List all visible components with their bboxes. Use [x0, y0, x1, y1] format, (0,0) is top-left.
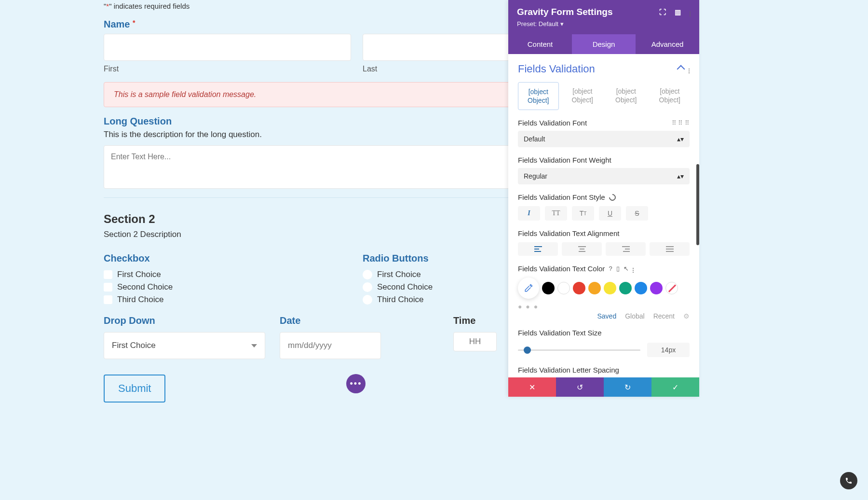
close-button[interactable]: ✕ [508, 377, 556, 397]
state-pill-4[interactable]: [object Object] [650, 82, 690, 110]
expand-icon[interactable]: ⛶ [659, 8, 666, 16]
weight-select[interactable]: Regular▴▾ [518, 168, 690, 184]
align-label: Fields Validation Text Alignment [518, 229, 690, 237]
gear-icon[interactable]: ⚙ [683, 312, 690, 320]
scrollbar[interactable] [696, 164, 699, 245]
size-value[interactable]: 14px [647, 343, 690, 357]
chevron-up-icon[interactable] [677, 65, 685, 73]
uppercase-button[interactable]: TT [545, 206, 567, 221]
font-label: Fields Validation Font ⠿ ⠿ ⠿ [518, 119, 690, 127]
tab-content[interactable]: Content [508, 34, 572, 54]
settings-panel: Gravity Form Settings ⛶ ▥ Preset: Defaul… [508, 0, 699, 397]
chevron-down-icon [251, 344, 257, 347]
strike-button[interactable]: S [626, 206, 648, 221]
preset-select[interactable]: Preset: Default ▾ [517, 20, 691, 28]
dropdown[interactable]: First Choice [104, 332, 265, 359]
color-swatch-0[interactable] [542, 282, 555, 294]
cursor-icon[interactable]: ↖ [624, 265, 629, 272]
align-left-button[interactable] [518, 242, 558, 256]
italic-button[interactable]: I [518, 206, 540, 221]
size-label: Fields Validation Text Size [518, 329, 690, 337]
reset-icon[interactable] [608, 193, 617, 202]
weight-label: Fields Validation Font Weight [518, 156, 690, 164]
help-icon[interactable]: ? [609, 265, 612, 272]
more-icon[interactable] [690, 8, 691, 16]
color-swatch-2[interactable] [573, 282, 585, 294]
checkbox-3[interactable] [104, 295, 112, 304]
align-justify-button[interactable] [650, 242, 690, 256]
style-label: Fields Validation Font Style [518, 193, 690, 201]
color-swatch-1[interactable] [557, 282, 570, 294]
save-button[interactable]: ✓ [651, 377, 699, 397]
checkbox-2[interactable] [104, 283, 112, 292]
checkbox-1[interactable] [104, 270, 112, 279]
fab-phone-button[interactable] [840, 472, 857, 489]
size-slider[interactable] [518, 349, 640, 351]
panel-title: Gravity Form Settings [517, 7, 613, 17]
tab-advanced[interactable]: Advanced [636, 34, 699, 54]
section-toggle[interactable]: Fields Validation [518, 63, 595, 75]
redo-button[interactable]: ↻ [604, 377, 651, 397]
color-swatch-7[interactable] [650, 282, 663, 294]
no-color-button[interactable] [665, 282, 678, 294]
color-tab-recent[interactable]: Recent [653, 312, 675, 320]
spacing-label: Fields Validation Letter Spacing [518, 366, 690, 374]
state-pill-1[interactable]: [object Object] [518, 82, 559, 110]
state-pill-2[interactable]: [object Object] [563, 82, 603, 110]
color-swatch-3[interactable] [588, 282, 601, 294]
submit-button[interactable]: Submit [104, 375, 165, 403]
section-more-icon[interactable] [689, 65, 690, 73]
more-colors-button[interactable]: ● ● ● [518, 303, 690, 310]
eyedropper-button[interactable] [518, 278, 539, 299]
color-label: Fields Validation Text Color [518, 264, 605, 273]
underline-button[interactable]: U [599, 206, 621, 221]
columns-icon[interactable]: ▥ [675, 8, 681, 16]
mobile-icon[interactable]: ▯ [616, 265, 620, 272]
radio-2[interactable] [363, 282, 372, 292]
font-select[interactable]: Default▴▾ [518, 131, 690, 147]
radio-1[interactable] [363, 270, 372, 279]
undo-button[interactable]: ↺ [556, 377, 604, 397]
time-hh-input[interactable] [453, 332, 497, 351]
date-label: Date [280, 315, 381, 326]
first-sublabel: First [104, 65, 351, 73]
date-input[interactable] [280, 332, 381, 359]
checkbox-label: Checkbox [104, 253, 351, 264]
time-label: Time [453, 315, 497, 326]
titlecase-button[interactable]: TT [572, 206, 594, 221]
first-name-input[interactable] [104, 34, 351, 61]
align-right-button[interactable] [606, 242, 646, 256]
fab-more-button[interactable]: ••• [346, 374, 366, 393]
align-center-button[interactable] [562, 242, 602, 256]
color-swatch-4[interactable] [604, 282, 616, 294]
tab-design[interactable]: Design [572, 34, 636, 54]
state-pill-3[interactable]: [object Object] [606, 82, 646, 110]
color-tab-saved[interactable]: Saved [597, 312, 616, 320]
dropdown-label: Drop Down [104, 315, 265, 326]
color-more-icon[interactable] [633, 265, 634, 272]
color-tab-global[interactable]: Global [625, 312, 644, 320]
color-swatch-5[interactable] [619, 282, 632, 294]
radio-3[interactable] [363, 295, 372, 305]
color-swatch-6[interactable] [635, 282, 647, 294]
